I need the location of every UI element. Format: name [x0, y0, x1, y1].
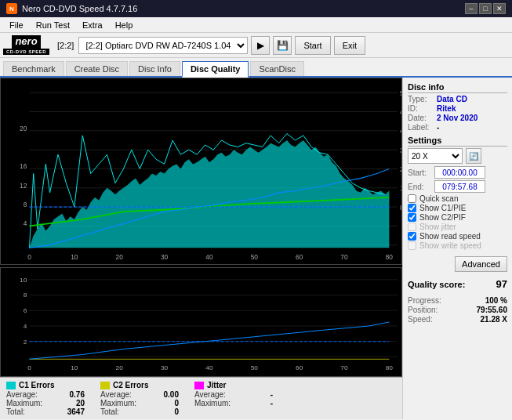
legend-jitter: Jitter Average: - Maximum: -: [194, 381, 273, 416]
svg-text:10: 10: [20, 277, 27, 284]
exit-button[interactable]: Exit: [334, 36, 365, 55]
quick-scan-checkbox[interactable]: [408, 194, 416, 203]
c1-max-value: 20: [58, 399, 85, 407]
settings-refresh-button[interactable]: 🔄: [466, 148, 481, 164]
c1-label: C1 Errors: [19, 381, 55, 389]
c1-total-label: Total:: [6, 407, 52, 416]
svg-text:32: 32: [400, 146, 401, 154]
tab-disc-info[interactable]: Disc Info: [129, 61, 180, 76]
menu-extra[interactable]: Extra: [76, 19, 109, 31]
speed-selector[interactable]: 20 X 4 X 8 X 16 X 24 X Max: [408, 148, 463, 164]
bottom-chart: 10 8 6 4 2 0 10 20 30 40 50 60 70 80: [0, 267, 402, 377]
svg-text:10: 10: [71, 252, 78, 261]
svg-text:30: 30: [161, 252, 168, 261]
c2-max-value: 0: [153, 399, 179, 407]
position-label: Position:: [408, 306, 438, 314]
legend-c1: C1 Errors Average: 0.76 Maximum: 20 Tota…: [6, 381, 85, 416]
disc-info-title: Disc info: [408, 82, 507, 93]
right-panel: Disc info Type: Data CD ID: Ritek Date: …: [402, 78, 512, 419]
jitter-avg-value: -: [253, 390, 273, 399]
app-title: Nero CD-DVD Speed 4.7.7.16: [22, 4, 137, 13]
quick-scan-label: Quick scan: [419, 194, 458, 203]
svg-text:56: 56: [400, 89, 401, 97]
svg-text:8: 8: [400, 203, 401, 212]
svg-text:40: 40: [400, 127, 401, 136]
speed-label: Speed:: [408, 315, 433, 324]
c2-avg-label: Average:: [100, 390, 147, 399]
close-button[interactable]: ✕: [493, 3, 506, 14]
eject-icon-button[interactable]: ▶: [251, 36, 270, 55]
show-jitter-checkbox[interactable]: [408, 223, 416, 231]
minimize-button[interactable]: –: [465, 3, 478, 14]
advanced-button[interactable]: Advanced: [455, 256, 507, 272]
quality-score-label: Quality score:: [408, 280, 465, 289]
tab-create-disc[interactable]: Create Disc: [66, 61, 128, 76]
svg-text:8: 8: [24, 200, 27, 208]
show-write-speed-checkbox[interactable]: [408, 241, 416, 250]
jitter-color-swatch: [194, 382, 204, 389]
c1-chart-svg: 56 48 40 32 24 16 8 20 16 12 8 4 0 10 20…: [1, 78, 401, 264]
svg-rect-33: [1, 268, 401, 376]
maximize-button[interactable]: □: [479, 3, 492, 14]
disc-type-row: Type: Data CD: [408, 95, 507, 103]
svg-text:40: 40: [205, 252, 212, 261]
show-write-speed-row: Show write speed: [408, 241, 507, 250]
menu-run-test[interactable]: Run Test: [30, 19, 76, 31]
tab-scan-disc[interactable]: ScanDisc: [250, 61, 303, 76]
drive-selector[interactable]: [2:2] Optiarc DVD RW AD-7240S 1.04: [78, 37, 248, 54]
nero-logo: nero: [12, 35, 40, 48]
toolbar: nero CD·DVD SPEED [2:2] [2:2] Optiarc DV…: [0, 33, 512, 58]
main-content: 56 48 40 32 24 16 8 20 16 12 8 4 0 10 20…: [0, 78, 512, 419]
end-label: End:: [408, 183, 431, 191]
start-time-row: Start:: [408, 166, 507, 179]
legend-c2: C2 Errors Average: 0.00 Maximum: 0 Total…: [100, 381, 179, 416]
tab-benchmark[interactable]: Benchmark: [3, 61, 64, 76]
menu-help[interactable]: Help: [109, 19, 140, 31]
start-button[interactable]: Start: [295, 36, 330, 55]
c2-total-label: Total:: [100, 407, 147, 416]
progress-label: Progress:: [408, 296, 441, 305]
end-time-input[interactable]: [434, 180, 485, 193]
svg-text:4: 4: [24, 219, 27, 228]
settings-title: Settings: [408, 136, 507, 147]
disc-label-label: Label:: [408, 123, 435, 132]
progress-row: Progress: 100 %: [408, 296, 507, 305]
show-c1-pie-checkbox[interactable]: [408, 204, 416, 212]
quick-scan-row: Quick scan: [408, 194, 507, 203]
charts-container: 56 48 40 32 24 16 8 20 16 12 8 4 0 10 20…: [0, 78, 402, 419]
show-c1-row: Show C1/PIE: [408, 204, 507, 212]
app-icon: N: [6, 3, 17, 14]
c1-max-label: Maximum:: [6, 399, 52, 407]
svg-text:50: 50: [251, 364, 259, 371]
start-time-input[interactable]: [434, 166, 485, 179]
menu-file[interactable]: File: [3, 19, 30, 31]
disc-type-value: Data CD: [437, 95, 467, 103]
disc-date-row: Date: 2 Nov 2020: [408, 114, 507, 122]
svg-text:20: 20: [20, 124, 27, 132]
top-chart: 56 48 40 32 24 16 8 20 16 12 8 4 0 10 20…: [0, 78, 402, 265]
disc-id-label: ID:: [408, 104, 435, 113]
show-read-speed-row: Show read speed: [408, 232, 507, 241]
save-icon-button[interactable]: 💾: [273, 36, 292, 55]
c2-avg-value: 0.00: [153, 390, 179, 399]
progress-section: Progress: 100 % Position: 79:55.60 Speed…: [408, 296, 507, 324]
disc-id-value: Ritek: [437, 104, 456, 113]
show-c2-row: Show C2/PIF: [408, 213, 507, 222]
jitter-max-label: Maximum:: [194, 399, 247, 407]
svg-text:20: 20: [116, 252, 123, 261]
settings-section: Settings 20 X 4 X 8 X 16 X 24 X Max 🔄 St…: [408, 136, 507, 272]
svg-text:0: 0: [27, 252, 31, 261]
svg-text:48: 48: [400, 108, 401, 117]
position-row: Position: 79:55.60: [408, 306, 507, 314]
progress-value: 100 %: [485, 296, 507, 305]
c2-label: C2 Errors: [113, 381, 149, 389]
show-read-speed-checkbox[interactable]: [408, 232, 416, 241]
svg-text:12: 12: [20, 181, 27, 190]
show-read-speed-label: Show read speed: [419, 232, 481, 241]
show-c2-pif-checkbox[interactable]: [408, 213, 416, 222]
c1-avg-value: 0.76: [58, 390, 85, 399]
show-jitter-label: Show jitter: [419, 223, 456, 231]
tab-disc-quality[interactable]: Disc Quality: [182, 61, 249, 78]
svg-text:24: 24: [400, 165, 401, 174]
speed-row: 20 X 4 X 8 X 16 X 24 X Max 🔄: [408, 148, 507, 164]
